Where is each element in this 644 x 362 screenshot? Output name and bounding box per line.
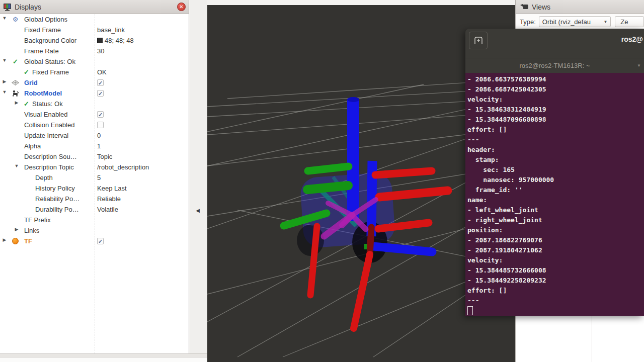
views-type-value: Orbit (rviz_defau (542, 18, 591, 26)
property-label: Background Color (24, 37, 76, 44)
property-value-text: Volatile (97, 206, 118, 213)
terminal-line: frame_id: '' (467, 185, 644, 195)
displays-row[interactable]: ▼RobotModel✓ (0, 88, 188, 99)
expand-arrow-down-icon[interactable]: ▼ (2, 89, 7, 95)
displays-row[interactable]: Description Sou…Topic (0, 151, 188, 162)
terminal-line: name: (467, 195, 644, 205)
displays-row[interactable]: Collision Enabled (0, 120, 188, 130)
terminal-line: --- (467, 135, 644, 145)
displays-row[interactable]: TF Prefix (0, 215, 188, 225)
views-type-label: Type: (520, 18, 536, 26)
property-value-text: 5 (97, 174, 101, 182)
views-type-row: Type: Orbit (rviz_defau ▼ Ze (516, 14, 644, 29)
expand-arrow-down-icon[interactable]: ▼ (2, 58, 7, 63)
displays-row[interactable]: Reliability Po…Reliable (0, 194, 188, 204)
grid-icon (11, 78, 20, 87)
property-value-text: Reliable (97, 195, 121, 203)
property-label: Frame Rate (24, 47, 59, 55)
property-label: Description Topic (24, 163, 74, 171)
terminal-line: effort: [] (467, 286, 644, 296)
displays-row[interactable]: ▼✓Global Status: Ok (0, 56, 188, 67)
views-panel-title: Views (532, 3, 550, 11)
property-value[interactable]: 30 (97, 47, 104, 55)
panel-collapse-handle[interactable]: ◀ (194, 207, 201, 215)
terminal-tab[interactable]: ros2@ros2-TM1613R: ~ (465, 62, 644, 69)
tf-icon (11, 237, 20, 245)
displays-row[interactable]: ▼Description Topic/robot_description (0, 162, 188, 172)
expand-arrow-right-icon[interactable]: ▶ (14, 227, 19, 232)
check-icon: ✓ (11, 57, 20, 66)
displays-panel: Displays ✕ ▼⚙Global OptionsFixed Frameba… (0, 0, 189, 353)
displays-row[interactable]: Update Interval0 (0, 130, 188, 141)
expand-arrow-down-icon[interactable]: ▼ (2, 16, 7, 21)
displays-row[interactable]: ▶✓Status: Ok (0, 99, 188, 109)
property-value[interactable]: 48; 48; 48 (97, 37, 134, 44)
displays-row[interactable]: ▶TF✓ (0, 236, 188, 246)
terminal-line: --- (467, 296, 644, 306)
terminal-tabbar[interactable]: ros2@ros2-TM1613R: ~ ▼ (465, 58, 644, 73)
expand-arrow-down-icon[interactable]: ▼ (14, 163, 19, 168)
terminal-line: velocity: (467, 255, 644, 265)
close-icon[interactable]: ✕ (177, 3, 186, 11)
displays-row[interactable]: Durability Po…Volatile (0, 204, 188, 215)
displays-row[interactable]: History PolicyKeep Last (0, 183, 188, 194)
property-value-text: 0 (97, 132, 101, 139)
chevron-down-icon[interactable]: ▼ (637, 63, 641, 68)
enable-checkbox[interactable]: ✓ (97, 79, 104, 86)
property-value-text: OK (97, 68, 107, 76)
displays-row[interactable]: Fixed Framebase_link (0, 25, 188, 35)
property-value-text: 48; 48; 48 (105, 37, 134, 44)
property-value-text: base_link (97, 26, 125, 34)
property-value[interactable]: 1 (97, 142, 101, 150)
terminal-line: - left_wheel_joint (467, 205, 644, 215)
property-label: TF Prefix (24, 216, 51, 224)
displays-row[interactable]: ▶Links (0, 225, 188, 236)
property-label: Global Options (24, 16, 67, 23)
property-value[interactable]: Volatile (97, 206, 118, 213)
displays-row[interactable]: Background Color48; 48; 48 (0, 35, 188, 46)
enable-checkbox[interactable] (97, 122, 104, 128)
enable-checkbox[interactable]: ✓ (97, 90, 104, 97)
enable-checkbox[interactable]: ✓ (97, 238, 104, 244)
enable-checkbox[interactable]: ✓ (97, 111, 104, 118)
displays-row[interactable]: ▶Grid✓ (0, 77, 188, 88)
property-label: Global Status: Ok (24, 58, 75, 65)
terminal-output[interactable]: - 2086.6637576389994- 2086.6687425042305… (465, 73, 644, 316)
displays-row[interactable]: Depth5 (0, 172, 188, 183)
expand-arrow-right-icon[interactable]: ▶ (14, 100, 19, 105)
property-value-text: 1 (97, 142, 101, 150)
views-zero-button[interactable]: Ze (615, 16, 644, 27)
expand-arrow-right-icon[interactable]: ▶ (2, 79, 7, 84)
horizontal-splitter[interactable] (0, 353, 207, 357)
property-value-text: /robot_description (97, 163, 149, 171)
property-label: Update Interval (24, 132, 68, 139)
color-swatch (97, 38, 103, 43)
terminal-window[interactable]: ros2@ ros2@ros2-TM1613R: ~ ▼ - 2086.6637… (465, 29, 644, 316)
property-value[interactable]: Topic (97, 153, 112, 160)
property-value[interactable]: Keep Last (97, 185, 127, 192)
displays-row[interactable]: Alpha1 (0, 141, 188, 151)
property-value[interactable]: /robot_description (97, 163, 149, 171)
property-value[interactable]: OK (97, 68, 107, 76)
terminal-line: - 2087.186822769076 (467, 235, 644, 245)
displays-row[interactable]: ✓Fixed FrameOK (0, 67, 188, 77)
property-value[interactable]: Reliable (97, 195, 121, 203)
displays-panel-header[interactable]: Displays ✕ (0, 0, 189, 14)
property-value[interactable]: base_link (97, 26, 125, 34)
displays-row[interactable]: Frame Rate30 (0, 46, 188, 56)
property-value[interactable]: 5 (97, 174, 101, 182)
property-label: Collision Enabled (24, 121, 74, 129)
property-value[interactable]: 0 (97, 132, 101, 139)
expand-arrow-right-icon[interactable]: ▶ (2, 237, 7, 242)
new-tab-icon (473, 36, 484, 45)
terminal-window-title: ros2@ (621, 35, 643, 43)
property-label: TF (24, 237, 32, 245)
terminal-cursor (467, 306, 473, 315)
check-icon: ✓ (22, 68, 31, 76)
displays-row[interactable]: Visual Enabled✓ (0, 109, 188, 120)
views-type-dropdown[interactable]: Orbit (rviz_defau ▼ (539, 16, 611, 27)
displays-row[interactable]: ▼⚙Global Options (0, 14, 188, 25)
new-tab-button[interactable] (469, 32, 488, 49)
terminal-titlebar[interactable]: ros2@ (465, 29, 644, 58)
views-panel-header[interactable]: Views (516, 0, 644, 14)
